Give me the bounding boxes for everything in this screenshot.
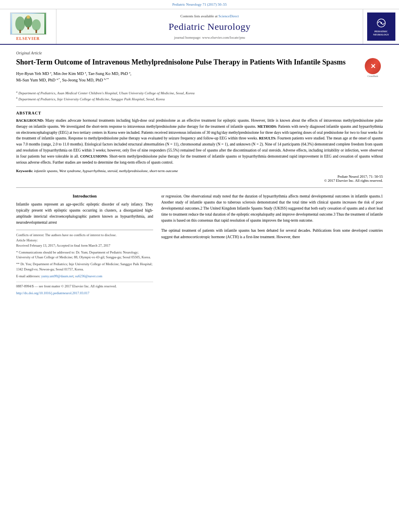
divider-2 bbox=[16, 187, 383, 188]
star1-text: * Communications should be addressed to:… bbox=[16, 250, 153, 260]
article-title-block: Short-Term Outcome of Intravenous Methyl… bbox=[16, 58, 357, 86]
journal-reference: Pediatric Neurology 71 (2017) 50–55 bbox=[0, 2, 399, 6]
journal-homepage: journal homepage: www.elsevier.com/locat… bbox=[174, 35, 245, 39]
issn-line: 0887-8994/$ — see front matter © 2017 El… bbox=[16, 282, 153, 289]
article-header-row: Short-Term Outcome of Intravenous Methyl… bbox=[16, 58, 383, 86]
article-history-label: Article History: bbox=[16, 238, 153, 243]
authors-line: Hye-Ryun Yeh MD a, Min-Jee Kim MD a, Tae… bbox=[16, 70, 357, 83]
article-type: Original Article bbox=[16, 51, 383, 55]
conflicts-text: Conflicts of interest: The authors have … bbox=[16, 233, 153, 238]
journal-header: Pediatric Neurology 71 (2017) 50–55 bbox=[0, 0, 399, 9]
email-text: E-mail addresses: yumy.um99@daum.net; su… bbox=[16, 274, 153, 279]
intro-paragraph-2: or regression. One observational study n… bbox=[161, 193, 383, 224]
journal-title-banner: Pediatric Neurology bbox=[168, 21, 250, 32]
svg-point-3 bbox=[32, 19, 41, 31]
sciencedirect-line: Contents lists available at ScienceDirec… bbox=[181, 14, 239, 18]
elsevier-text: ELSEVIER bbox=[16, 36, 40, 41]
col-left: Introduction Infantile spasms represent … bbox=[16, 193, 153, 296]
affiliations: a Department of Pediatrics, Asan Medical… bbox=[16, 90, 383, 102]
keywords-line: Keywords: infantile spasms, West syndrom… bbox=[16, 169, 383, 173]
intro-paragraph-1: Infantile spasms represent an age-specif… bbox=[16, 202, 153, 226]
conclusions-label: CONCLUSIONS: bbox=[80, 154, 108, 158]
abstract-title: ABSTRACT bbox=[16, 111, 383, 115]
two-column-body: Introduction Infantile spasms represent … bbox=[16, 193, 383, 296]
crossmark-area[interactable]: ✕ CrossMark bbox=[363, 58, 383, 78]
elsevier-logo-image bbox=[10, 12, 46, 35]
pn-logo-text: PEDIATRICNEUROLOGY bbox=[373, 30, 389, 37]
copyright-line: © 2017 Elsevier Inc. All rights reserved… bbox=[16, 179, 383, 183]
svg-rect-5 bbox=[27, 27, 29, 29]
author-5: Su-Jeong You MD, PhD b,** bbox=[62, 78, 109, 82]
affiliation-b: b Department of Pediatrics, Inje Univers… bbox=[16, 96, 383, 102]
abstract-section: ABSTRACT BACKGROUND: Many studies advoca… bbox=[16, 111, 383, 183]
pn-logo: PEDIATRICNEUROLOGY bbox=[367, 12, 395, 41]
affiliation-a: a Department of Pediatrics, Asan Medical… bbox=[16, 90, 383, 96]
author-2: Min-Jee Kim MD a bbox=[54, 71, 86, 76]
crossmark-text: CrossMark bbox=[368, 75, 378, 77]
email-link-2[interactable]: su6236@naver.com bbox=[75, 274, 102, 278]
keywords-text: infantile spasms, West syndrome, hypsarr… bbox=[34, 169, 178, 173]
footnote-area: Conflicts of interest: The authors have … bbox=[16, 230, 153, 296]
author-1: Hye-Ryun Yeh MD a bbox=[16, 71, 51, 76]
divider-1 bbox=[16, 106, 383, 107]
article-title: Short-Term Outcome of Intravenous Methyl… bbox=[16, 58, 357, 67]
col-right: or regression. One observational study n… bbox=[161, 193, 383, 296]
svg-point-1 bbox=[15, 17, 25, 31]
received-text: Received February 13, 2017; Accepted in … bbox=[16, 243, 153, 248]
sciencedirect-link[interactable]: ScienceDirect bbox=[218, 14, 239, 18]
crossmark-icon: ✕ bbox=[365, 58, 381, 74]
svg-rect-6 bbox=[35, 30, 37, 33]
background-label: BACKGROUND: bbox=[16, 118, 44, 123]
citation-line: Pediatr Neurol 2017; 71: 50-55 bbox=[16, 175, 383, 179]
author-3: Tae-Sung Ko MD, PhD a bbox=[88, 71, 131, 76]
svg-point-10 bbox=[380, 22, 382, 24]
doi-link[interactable]: http://dx.doi.org/10.1016/j.pediatrneuro… bbox=[16, 291, 89, 295]
doi-line[interactable]: http://dx.doi.org/10.1016/j.pediatrneuro… bbox=[16, 291, 153, 296]
svg-point-8 bbox=[27, 15, 30, 19]
content-area: Original Article Short-Term Outcome of I… bbox=[0, 45, 399, 302]
abstract-body: BACKGROUND: Many studies advocate hormon… bbox=[16, 118, 383, 166]
methods-label: METHODS: bbox=[258, 125, 277, 129]
results-label: RESULTS: bbox=[259, 136, 276, 140]
banner-center: Contents lists available at ScienceDirec… bbox=[56, 9, 363, 44]
journal-banner: ELSEVIER Contents lists available at Sci… bbox=[0, 9, 399, 45]
intro-paragraph-3: The optimal treatment of patients with i… bbox=[161, 228, 383, 240]
author-4: Mi-Sun Yum MD, PhD a,* bbox=[16, 78, 60, 82]
keywords-label: Keywords: bbox=[16, 169, 33, 173]
email-link-1[interactable]: yumy.um99@daum.net bbox=[41, 274, 73, 278]
star2-text: ** Dr. You; Department of Pediatrics; In… bbox=[16, 262, 153, 272]
svg-rect-4 bbox=[19, 30, 21, 33]
elsevier-logo-area: ELSEVIER bbox=[0, 9, 56, 44]
pn-logo-area: PEDIATRICNEUROLOGY bbox=[363, 9, 399, 44]
introduction-title: Introduction bbox=[16, 193, 153, 198]
